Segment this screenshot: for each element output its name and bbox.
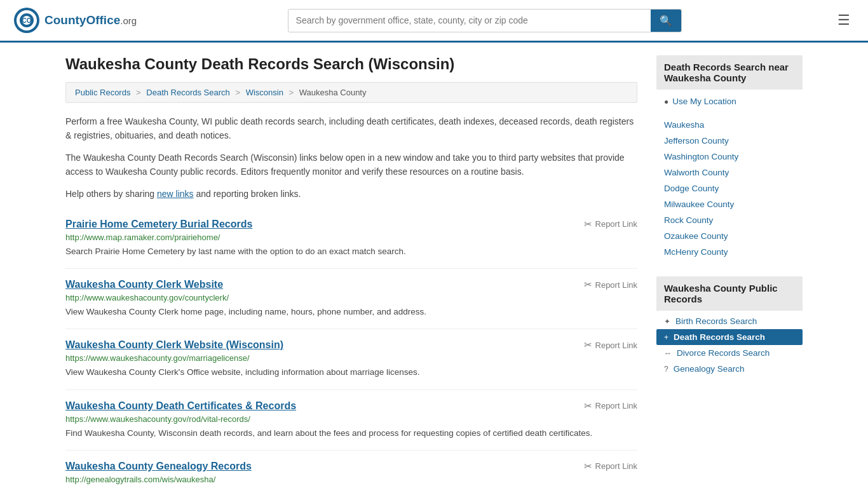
result-url-4[interactable]: http://genealogytrails.com/wis/waukesha/ [65, 475, 637, 484]
sidebar-nearby-item-0[interactable]: Waukesha [656, 117, 803, 133]
content-area: Waukesha County Death Records Search (Wi… [65, 55, 637, 488]
result-title-4[interactable]: Waukesha County Genealogy Records [65, 461, 252, 472]
result-title-2[interactable]: Waukesha County Clerk Website (Wisconsin… [65, 339, 283, 351]
sidebar-nearby-links: WaukeshaJefferson CountyWashington Count… [656, 113, 803, 264]
sidebar-nearby-item-7[interactable]: Ozaukee County [656, 228, 803, 244]
search-input[interactable] [288, 10, 651, 30]
breadcrumb-death-records[interactable]: Death Records Search [146, 88, 230, 97]
sidebar-nearby-section: Death Records Search near Waukesha Count… [656, 55, 803, 264]
sidebar-nearby-list: ● Use My Location [656, 90, 803, 113]
nearby-link-8[interactable]: McHenry County [664, 247, 728, 257]
nearby-link-0[interactable]: Waukesha [664, 120, 704, 130]
pr-link-2[interactable]: Divorce Records Search [677, 348, 770, 358]
sidebar-nearby-item-5[interactable]: Milwaukee County [656, 196, 803, 212]
scissors-icon-1: ✂ [584, 279, 592, 290]
nearby-link-3[interactable]: Walworth County [664, 168, 729, 177]
svg-text:CO: CO [22, 17, 32, 24]
breadcrumb-sep-3: > [289, 88, 294, 97]
sidebar-use-location[interactable]: ● Use My Location [656, 93, 803, 109]
public-records-item-0[interactable]: ✦ Birth Records Search [656, 313, 803, 329]
new-links-link[interactable]: new links [157, 189, 194, 199]
public-records-item-1[interactable]: + Death Records Search [656, 329, 803, 345]
result-header: Waukesha County Death Certificates & Rec… [65, 400, 637, 414]
result-header: Waukesha County Clerk Website (Wisconsin… [65, 339, 637, 353]
result-title-3[interactable]: Waukesha County Death Certificates & Rec… [65, 400, 296, 412]
report-link-2[interactable]: ✂ Report Link [584, 339, 637, 351]
description-para3: Help others by sharing new links and rep… [65, 187, 637, 201]
scissors-icon-2: ✂ [584, 339, 592, 351]
sidebar-public-records-list: ✦ Birth Records Search + Death Records S… [656, 311, 803, 379]
sidebar-nearby-item-8[interactable]: McHenry County [656, 244, 803, 260]
nearby-link-5[interactable]: Milwaukee County [664, 200, 734, 209]
scissors-icon-3: ✂ [584, 400, 592, 412]
report-link-4[interactable]: ✂ Report Link [584, 461, 637, 472]
breadcrumb-sep-1: > [136, 88, 141, 97]
sidebar-nearby-item-4[interactable]: Dodge County [656, 180, 803, 196]
public-records-item-3[interactable]: ? Genealogy Search [656, 361, 803, 377]
breadcrumb: Public Records > Death Records Search > … [65, 82, 637, 103]
pr-icon-2: ↔ [664, 349, 672, 358]
report-link-1[interactable]: ✂ Report Link [584, 279, 637, 290]
result-item: Waukesha County Clerk Website (Wisconsin… [65, 329, 637, 390]
scissors-icon-0: ✂ [584, 219, 592, 230]
description-para1: Perform a free Waukesha County, WI publi… [65, 114, 637, 143]
pr-icon-1: + [664, 333, 668, 342]
result-header: Prairie Home Cemetery Burial Records ✂ R… [65, 219, 637, 233]
nearby-link-2[interactable]: Washington County [664, 152, 738, 161]
main-container: Waukesha County Death Records Search (Wi… [53, 43, 815, 488]
result-desc-2: View Waukesha County Clerk's Office webs… [65, 366, 637, 379]
scissors-icon-4: ✂ [584, 461, 592, 472]
logo-text: CountyOffice.org [44, 13, 137, 27]
pr-link-1[interactable]: Death Records Search [674, 332, 765, 342]
public-records-item-2[interactable]: ↔ Divorce Records Search [656, 345, 803, 361]
result-item: Waukesha County Clerk Website ✂ Report L… [65, 269, 637, 329]
sidebar-nearby-item-3[interactable]: Walworth County [656, 165, 803, 180]
menu-button[interactable]: ☰ [832, 10, 855, 31]
breadcrumb-wisconsin[interactable]: Wisconsin [246, 88, 283, 97]
result-desc-1: View Waukesha County Clerk home page, in… [65, 306, 637, 318]
sidebar-nearby-heading: Death Records Search near Waukesha Count… [656, 55, 803, 90]
result-url-0[interactable]: http://www.map.ramaker.com/prairiehome/ [65, 233, 637, 242]
page-title: Waukesha County Death Records Search (Wi… [65, 55, 637, 73]
breadcrumb-public-records[interactable]: Public Records [75, 88, 130, 97]
sidebar: Death Records Search near Waukesha Count… [656, 55, 803, 488]
sidebar-public-records-section: Waukesha County Public Records ✦ Birth R… [656, 276, 803, 379]
report-link-0[interactable]: ✂ Report Link [584, 219, 637, 230]
result-url-2[interactable]: https://www.waukeshacounty.gov/marriagel… [65, 353, 637, 363]
location-pin-icon: ● [664, 97, 668, 106]
pr-link-3[interactable]: Genealogy Search [674, 364, 745, 374]
pr-link-0[interactable]: Birth Records Search [675, 316, 757, 326]
header: CO CountyOffice.org 🔍 ☰ [0, 0, 868, 43]
result-title-0[interactable]: Prairie Home Cemetery Burial Records [65, 219, 252, 230]
nearby-link-6[interactable]: Rock County [664, 215, 713, 225]
result-title-1[interactable]: Waukesha County Clerk Website [65, 279, 223, 290]
results-container: Prairie Home Cemetery Burial Records ✂ R… [65, 208, 637, 488]
pr-icon-3: ? [664, 365, 668, 374]
report-link-3[interactable]: ✂ Report Link [584, 400, 637, 412]
nearby-link-1[interactable]: Jefferson County [664, 136, 729, 146]
logo-area: CO CountyOffice.org [13, 6, 137, 34]
sidebar-nearby-item-2[interactable]: Washington County [656, 149, 803, 165]
result-desc-0: Search Prairie Home Cemetery by last nam… [65, 245, 637, 258]
sidebar-nearby-item-6[interactable]: Rock County [656, 212, 803, 228]
logo-icon: CO [13, 6, 41, 34]
use-location-link[interactable]: Use My Location [672, 97, 736, 106]
result-url-1[interactable]: http://www.waukeshacounty.gov/countycler… [65, 293, 637, 302]
result-item: Waukesha County Death Certificates & Rec… [65, 390, 637, 451]
search-bar: 🔍 [288, 9, 682, 32]
nearby-link-7[interactable]: Ozaukee County [664, 231, 728, 241]
nearby-link-4[interactable]: Dodge County [664, 184, 719, 193]
result-header: Waukesha County Genealogy Records ✂ Repo… [65, 461, 637, 475]
result-item: Waukesha County Genealogy Records ✂ Repo… [65, 451, 637, 488]
pr-icon-0: ✦ [664, 317, 670, 326]
result-url-3[interactable]: https://www.waukeshacounty.gov/rod/vital… [65, 414, 637, 424]
sidebar-nearby-item-1[interactable]: Jefferson County [656, 133, 803, 149]
description-para2: The Waukesha County Death Records Search… [65, 151, 637, 179]
result-desc-3: Find Waukesha County, Wisconsin death re… [65, 427, 637, 440]
search-button[interactable]: 🔍 [651, 10, 681, 32]
breadcrumb-current: Waukesha County [299, 88, 367, 97]
breadcrumb-sep-2: > [235, 88, 240, 97]
result-header: Waukesha County Clerk Website ✂ Report L… [65, 279, 637, 293]
sidebar-public-records-heading: Waukesha County Public Records [656, 276, 803, 311]
result-item: Prairie Home Cemetery Burial Records ✂ R… [65, 208, 637, 269]
